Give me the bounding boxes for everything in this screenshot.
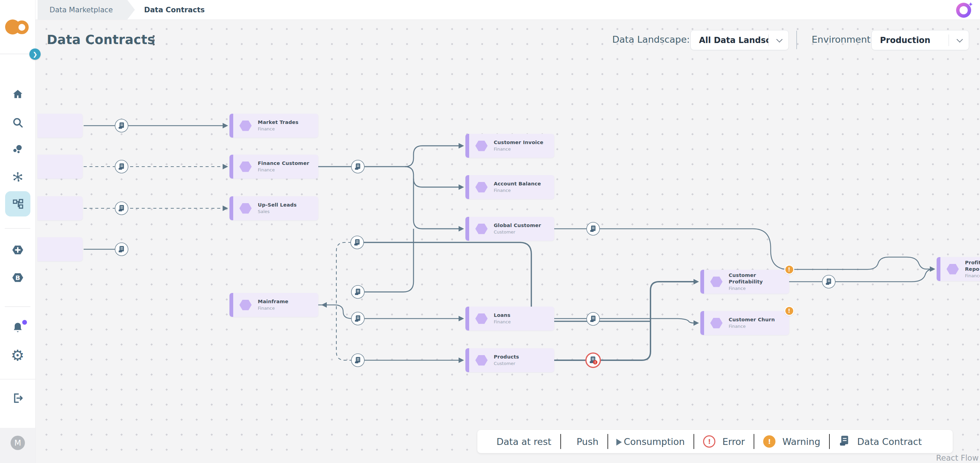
dataset-hexagon-icon [475,355,488,366]
flow-node[interactable] [38,237,83,261]
node-accent-bar [937,257,940,281]
node-subtitle: Finance [965,273,980,279]
sparkle-icon: ✦ [968,1,973,8]
node-accent-bar [229,155,233,178]
dataset-hexagon-icon [239,121,252,131]
legend-label: Consumption [624,436,685,447]
search-icon [12,117,24,128]
environment-value: Production [872,35,948,45]
page-options-kebab-menu[interactable] [149,33,158,47]
legend-item: ! Warning [754,430,829,453]
flow-node[interactable]: Account Balance Finance [465,175,554,199]
sidebar-item-search[interactable] [12,117,24,128]
node-accent-bar [229,293,233,317]
node-subtitle: Finance [494,146,543,152]
flow-node[interactable]: Market Trades Finance [229,114,318,138]
dataset-hexagon-icon [710,277,722,287]
legend-label: Push [577,436,598,447]
node-subtitle: Customer [494,229,541,235]
node-title: Market Trades [258,119,298,126]
flow-node[interactable]: Customer Churn Finance [700,311,789,335]
breadcrumb-data-contracts[interactable]: Data Contracts [144,0,205,19]
node-title: Mainframe [258,298,288,305]
node-title: Loans [494,312,511,319]
dataset-hexagon-icon [239,300,252,310]
app-window: ! Market Trades Finan [0,0,980,463]
dataset-hexagon-icon [475,224,488,234]
flow-node[interactable]: Customer Invoice Finance [465,134,554,158]
sidebar-item-network[interactable] [12,171,24,183]
data-network-icon [12,171,24,183]
node-title: Customer Churn [729,317,775,323]
notification-dot [22,320,27,325]
node-title: Profitability Repo [965,259,980,273]
svg-text:B: B [15,274,20,282]
node-accent-bar [465,175,469,199]
legend-item: ! Error [694,430,754,453]
flow-node[interactable]: Mainframe Finance [229,293,318,317]
settings-gear-icon: ⚙ [11,347,24,364]
legend-label: Data at rest [496,436,552,447]
user-avatar[interactable]: M [11,436,25,450]
flow-node[interactable]: Profitability Repo Finance [937,257,980,281]
legend-label: Error [722,436,745,447]
node-accent-bar [465,348,469,372]
flow-node[interactable]: Customer Profitability Finance [700,270,789,294]
environment-label: Environment: [812,34,874,45]
sidebar-item-home[interactable] [12,88,24,100]
node-subtitle: Finance [494,188,541,194]
node-title: Up-Sell Leads [258,202,297,208]
breadcrumb-bar: Data Marketplace Data Contracts ✦ [35,0,980,19]
dataset-hexagon-icon [475,182,488,193]
dataset-hexagon-icon [947,264,959,275]
sidebar-item-notifications[interactable] [12,321,24,334]
sidebar-item-logout[interactable] [12,392,24,404]
logout-icon [12,392,24,404]
nodes-layer: Market Trades Finance Finance Customer F… [0,0,980,463]
legend-label: Warning [782,436,820,447]
flow-node[interactable]: Products Customer [465,348,554,372]
data-communities-icon [12,143,24,155]
node-accent-bar [465,307,469,331]
flow-node[interactable] [38,196,83,220]
breadcrumb-data-marketplace[interactable]: Data Marketplace [38,0,135,19]
node-accent-bar [465,134,469,158]
error-icon: ! [703,435,715,448]
sidebar-item-b[interactable]: B [11,271,24,284]
flow-node[interactable]: Loans Finance [465,307,554,331]
sidebar-item-add[interactable] [11,243,24,256]
node-accent-bar [700,270,704,294]
react-flow-attribution: React Flow [936,453,978,462]
flow-node[interactable] [38,155,83,178]
sidebar-expand-button[interactable]: ❯ [29,48,41,60]
data-landscape-select[interactable]: All Data Landsca… [690,30,789,50]
flow-node[interactable]: Up-Sell Leads Sales [229,196,318,220]
dataset-hexagon-icon [239,162,252,172]
dataset-hexagon-icon [239,203,252,214]
flow-node[interactable]: Finance Customer Finance [229,155,318,178]
node-subtitle: Finance [729,323,775,329]
warning-icon[interactable]: ! [784,306,794,316]
breadcrumb-label: Data Marketplace [49,6,113,14]
legend-item: Push [561,430,608,453]
node-subtitle: Finance [258,305,288,312]
dataset-hexagon-icon [710,318,722,328]
dataset-hexagon-icon [475,313,488,324]
flow-node[interactable]: Global Customer Customer [465,217,554,241]
app-logo-icon [15,21,29,34]
flow-node[interactable] [38,114,83,138]
environment-select[interactable]: Production [872,30,969,50]
sidebar-item-settings[interactable]: ⚙ [11,347,24,364]
filters-divider [796,31,797,49]
b-hexagon-icon: B [11,271,24,284]
warning-icon[interactable]: ! [784,265,794,275]
sidebar: B ⚙ M [0,0,35,463]
add-hexagon-icon [11,243,24,256]
sidebar-item-communities[interactable] [12,143,24,155]
node-subtitle: Sales [258,208,297,215]
home-icon [12,88,24,100]
node-title: Products [494,354,519,361]
breadcrumb-label: Data Contracts [144,6,205,14]
node-title: Account Balance [494,181,541,188]
node-title: Customer Invoice [494,139,543,146]
